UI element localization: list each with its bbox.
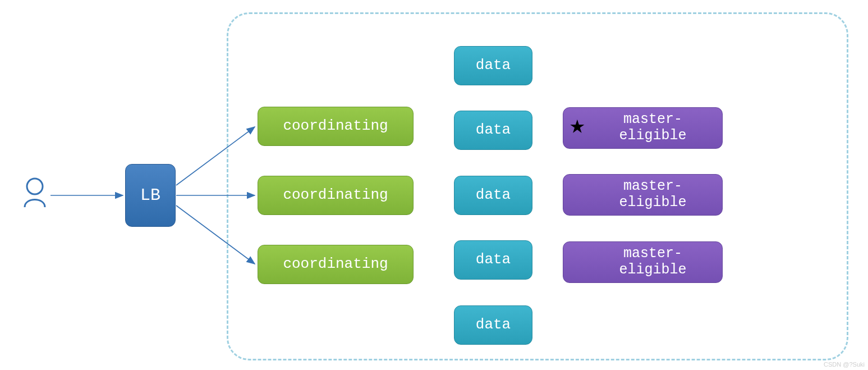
watermark: CSDN @?Suki — [824, 361, 865, 368]
data-label: data — [476, 187, 511, 204]
coordinating-label: coordinating — [283, 187, 388, 204]
user-icon — [20, 177, 49, 211]
lb-label: LB — [140, 186, 160, 205]
master-label: master- eligible — [619, 112, 686, 144]
coordinating-node: coordinating — [258, 107, 414, 146]
data-node: data — [454, 46, 532, 85]
master-label: master- eligible — [619, 179, 686, 211]
master-eligible-node: master- eligible — [563, 241, 723, 283]
master-eligible-node: master- eligible — [563, 174, 723, 216]
data-label: data — [476, 57, 511, 74]
coordinating-node: coordinating — [258, 245, 414, 284]
master-eligible-node: master- eligible — [563, 107, 723, 149]
coordinating-label: coordinating — [283, 118, 388, 135]
data-node: data — [454, 111, 532, 150]
data-node: data — [454, 240, 532, 280]
coordinating-label: coordinating — [283, 256, 388, 273]
data-label: data — [476, 317, 511, 334]
data-label: data — [476, 122, 511, 139]
data-label: data — [476, 252, 511, 268]
coordinating-node: coordinating — [258, 176, 414, 215]
master-label: master- eligible — [619, 246, 686, 278]
lb-node: LB — [125, 164, 176, 227]
data-node: data — [454, 176, 532, 215]
svg-point-0 — [27, 179, 43, 194]
diagram-canvas: LB coordinating coordinating coordinatin… — [0, 0, 868, 370]
data-node: data — [454, 305, 532, 345]
star-icon: ★ — [570, 113, 585, 139]
